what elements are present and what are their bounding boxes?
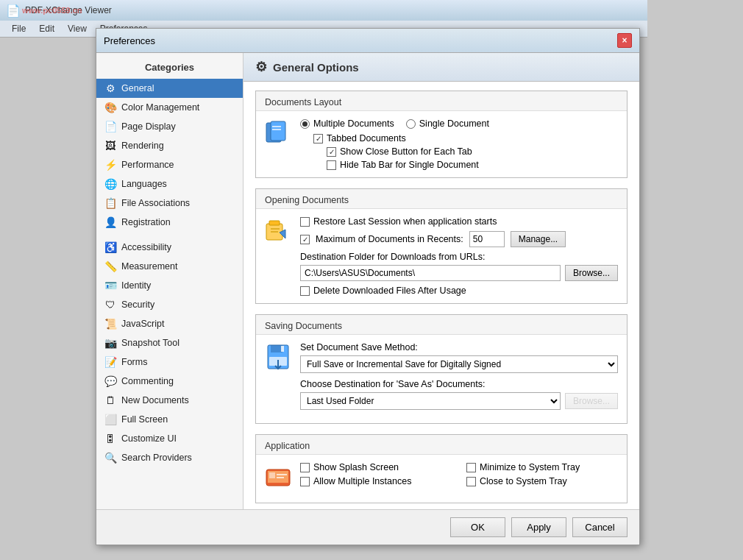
allow-multiple-checkbox[interactable]: Allow Multiple Instances — [300, 476, 452, 486]
registration-icon: 👤 — [104, 216, 117, 229]
save-method-select[interactable]: Full Save or Incremental Save for Digita… — [300, 355, 618, 373]
sidebar-item-new-documents[interactable]: 🗒 New Documents — [96, 391, 243, 410]
hide-tab-bar-label: Hide Tab Bar for Single Document — [340, 160, 479, 170]
restore-session-checkbox[interactable]: Restore Last Session when application st… — [300, 216, 618, 227]
max-docs-row: Maximum of Documents in Recents: Manage.… — [300, 231, 618, 247]
languages-icon: 🌐 — [104, 177, 117, 191]
opening-documents-icon — [265, 218, 291, 249]
sidebar-label-page-display: Page Display — [121, 121, 176, 132]
ok-button[interactable]: OK — [450, 517, 505, 537]
minimize-tray-check — [466, 463, 476, 472]
sidebar-item-identity[interactable]: 🪪 Identity — [96, 276, 243, 295]
menu-file[interactable]: File — [6, 22, 32, 35]
sidebar-label-commenting: Commenting — [121, 376, 174, 386]
hide-tab-bar-checkbox[interactable]: Hide Tab Bar for Single Document — [327, 160, 618, 170]
tabbed-documents-checkbox[interactable]: Tabbed Documents — [313, 133, 618, 143]
dialog-close-button[interactable]: × — [617, 33, 632, 48]
opening-documents-section: Opening Documents — [255, 188, 628, 304]
max-docs-input[interactable] — [469, 231, 505, 247]
svg-rect-15 — [269, 472, 275, 478]
delete-downloaded-check — [300, 286, 310, 296]
identity-icon: 🪪 — [104, 279, 117, 292]
sidebar-item-registration[interactable]: 👤 Registration — [96, 213, 243, 232]
delete-downloaded-checkbox[interactable]: Delete Downloaded Files After Usage — [300, 286, 618, 296]
documents-layout-inner: Multiple Documents Single Document — [256, 111, 627, 177]
app-titlebar: 📄 PDF-XChange Viewer — [0, 0, 647, 21]
sidebar-item-customize-ui[interactable]: 🎛 Customize UI — [96, 429, 243, 448]
hide-tab-bar-check — [327, 160, 336, 170]
sidebar-item-full-screen[interactable]: ⬜ Full Screen — [96, 410, 243, 429]
sidebar-item-color-management[interactable]: 🎨 Color Management — [96, 98, 243, 117]
menu-view[interactable]: View — [62, 22, 93, 35]
sidebar-item-search-providers[interactable]: 🔍 Search Providers — [96, 448, 243, 467]
sidebar-label-new-documents: New Documents — [121, 395, 189, 405]
commenting-icon: 💬 — [104, 375, 117, 388]
dialog-body: Categories ⚙ General 🎨 Color Management … — [96, 53, 639, 509]
save-as-select[interactable]: Last Used Folder Original File Location … — [300, 392, 561, 410]
single-document-radio[interactable]: Single Document — [406, 118, 489, 129]
save-as-browse-button[interactable]: Browse... — [565, 393, 618, 409]
rendering-icon: 🖼 — [104, 139, 117, 152]
sidebar-item-general[interactable]: ⚙ General — [96, 79, 243, 98]
sidebar-label-javascript: JavaScript — [121, 319, 164, 329]
color-management-icon: 🎨 — [104, 101, 117, 114]
multiple-documents-radio-dot — [300, 119, 310, 129]
saving-documents-title: Saving Documents — [256, 315, 627, 335]
sidebar-item-commenting[interactable]: 💬 Commenting — [96, 372, 243, 391]
full-screen-icon: ⬜ — [104, 413, 117, 426]
close-tray-checkbox[interactable]: Close to System Tray — [466, 476, 618, 486]
minimize-tray-checkbox[interactable]: Minimize to System Tray — [466, 462, 618, 472]
multiple-documents-radio[interactable]: Multiple Documents — [300, 118, 394, 129]
sidebar-label-search-providers: Search Providers — [121, 453, 192, 463]
hide-tab-bar-row: Hide Tab Bar for Single Document — [327, 160, 618, 170]
sidebar-item-performance[interactable]: ⚡ Performance — [96, 155, 243, 174]
sidebar-item-page-display[interactable]: 📄 Page Display — [96, 117, 243, 136]
sidebar-item-languages[interactable]: 🌐 Languages — [96, 174, 243, 194]
sidebar-label-snapshot-tool: Snapshot Tool — [121, 338, 179, 348]
restore-session-row: Restore Last Session when application st… — [300, 216, 618, 227]
cancel-button[interactable]: Cancel — [572, 517, 628, 537]
sidebar-item-forms[interactable]: 📝 Forms — [96, 352, 243, 372]
sidebar-item-javascript[interactable]: 📜 JavaScript — [96, 314, 243, 333]
sidebar-item-rendering[interactable]: 🖼 Rendering — [96, 136, 243, 155]
show-close-button-checkbox[interactable]: Show Close Button for Each Tab — [327, 146, 618, 157]
search-providers-icon: 🔍 — [104, 451, 117, 464]
delete-downloaded-row: Delete Downloaded Files After Usage — [300, 286, 618, 296]
sidebar-label-rendering: Rendering — [121, 141, 164, 151]
sidebar-item-accessibility[interactable]: ♿ Accessibility — [96, 238, 243, 257]
sidebar-item-measurement[interactable]: 📏 Measurement — [96, 257, 243, 276]
allow-multiple-label: Allow Multiple Instances — [313, 476, 411, 486]
performance-icon: ⚡ — [104, 158, 117, 171]
document-mode-row: Multiple Documents Single Document — [300, 118, 618, 129]
opening-documents-content: Restore Last Session when application st… — [300, 216, 618, 296]
menu-edit[interactable]: Edit — [33, 22, 60, 35]
categories-header: Categories — [96, 59, 243, 79]
sidebar-item-security[interactable]: 🛡 Security — [96, 295, 243, 314]
customize-ui-icon: 🎛 — [104, 432, 117, 445]
save-method-row: Set Document Save Method: Full Save or I… — [300, 342, 618, 373]
saving-documents-section: Saving Documents — [255, 314, 628, 424]
sidebar-item-file-associations[interactable]: 📋 File Associations — [96, 194, 243, 213]
saving-documents-icon — [265, 344, 291, 375]
show-splash-check — [300, 463, 310, 472]
dest-folder-input[interactable] — [300, 265, 561, 281]
application-title: Application — [256, 435, 627, 455]
preferences-dialog: Preferences × Categories ⚙ General 🎨 Col… — [96, 28, 640, 545]
multiple-documents-label: Multiple Documents — [313, 118, 394, 129]
application-inner: Show Splash Screen Minimize to System Tr… — [256, 455, 627, 503]
show-close-button-label: Show Close Button for Each Tab — [340, 146, 472, 157]
application-section: Application — [255, 434, 628, 503]
dest-folder-label-text: Destination Folder for Downloads from UR… — [300, 252, 618, 262]
show-splash-checkbox[interactable]: Show Splash Screen — [300, 462, 452, 472]
sidebar-item-snapshot-tool[interactable]: 📷 Snapshot Tool — [96, 333, 243, 352]
manage-button[interactable]: Manage... — [511, 231, 566, 247]
sidebar-label-accessibility: Accessibility — [121, 242, 171, 252]
tabbed-documents-row: Tabbed Documents — [313, 133, 618, 143]
max-docs-checkbox[interactable] — [300, 235, 310, 244]
dest-folder-browse-button[interactable]: Browse... — [565, 265, 618, 281]
apply-button[interactable]: Apply — [511, 517, 566, 537]
saving-documents-inner: Set Document Save Method: Full Save or I… — [256, 335, 627, 423]
max-docs-spinner[interactable] — [469, 231, 505, 247]
sidebar-label-customize-ui: Customize UI — [121, 433, 177, 444]
snapshot-tool-icon: 📷 — [104, 336, 117, 350]
